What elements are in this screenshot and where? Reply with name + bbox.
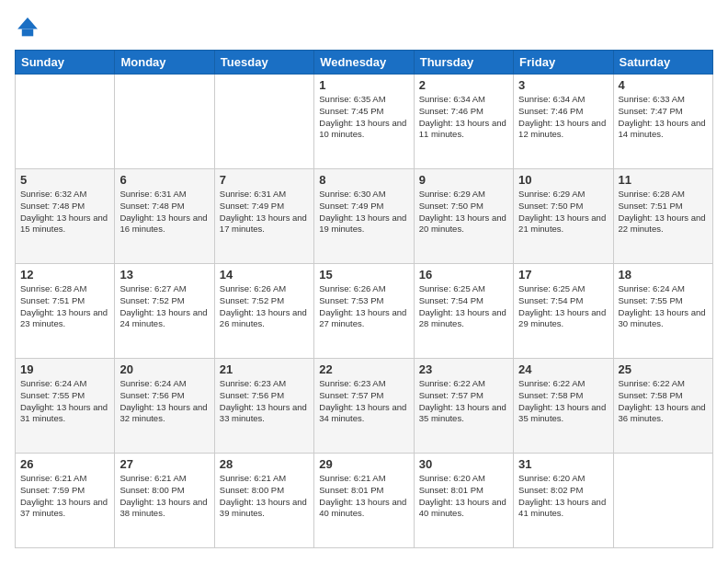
day-info: Sunrise: 6:25 AM Sunset: 7:54 PM Dayligh… [518, 283, 608, 330]
day-info: Sunrise: 6:29 AM Sunset: 7:50 PM Dayligh… [419, 189, 508, 236]
day-number: 18 [619, 268, 708, 282]
day-cell: 6Sunrise: 6:31 AM Sunset: 7:48 PM Daylig… [115, 169, 214, 264]
day-info: Sunrise: 6:22 AM Sunset: 7:57 PM Dayligh… [419, 378, 508, 425]
day-cell: 11Sunrise: 6:28 AM Sunset: 7:51 PM Dayli… [613, 169, 712, 264]
day-number: 9 [419, 173, 508, 187]
day-cell: 14Sunrise: 6:26 AM Sunset: 7:52 PM Dayli… [214, 264, 313, 359]
day-number: 20 [119, 362, 209, 376]
day-cell: 25Sunrise: 6:22 AM Sunset: 7:58 PM Dayli… [613, 359, 712, 454]
day-number: 3 [518, 78, 608, 92]
day-cell [115, 75, 214, 169]
week-row-3: 19Sunrise: 6:24 AM Sunset: 7:55 PM Dayli… [16, 359, 713, 454]
day-cell: 8Sunrise: 6:30 AM Sunset: 7:49 PM Daylig… [314, 169, 414, 264]
day-info: Sunrise: 6:26 AM Sunset: 7:52 PM Dayligh… [220, 283, 309, 330]
day-info: Sunrise: 6:29 AM Sunset: 7:50 PM Dayligh… [518, 189, 608, 236]
day-number: 29 [319, 457, 408, 471]
day-number: 1 [319, 78, 408, 92]
day-number: 21 [220, 362, 309, 376]
day-cell: 9Sunrise: 6:29 AM Sunset: 7:50 PM Daylig… [414, 169, 513, 264]
day-cell: 29Sunrise: 6:21 AM Sunset: 8:01 PM Dayli… [314, 454, 414, 548]
day-info: Sunrise: 6:21 AM Sunset: 7:59 PM Dayligh… [20, 473, 109, 520]
day-number: 17 [518, 268, 608, 282]
day-cell: 28Sunrise: 6:21 AM Sunset: 8:00 PM Dayli… [214, 454, 313, 548]
day-info: Sunrise: 6:24 AM Sunset: 7:55 PM Dayligh… [20, 378, 109, 425]
day-info: Sunrise: 6:35 AM Sunset: 7:45 PM Dayligh… [319, 94, 408, 141]
day-info: Sunrise: 6:20 AM Sunset: 8:01 PM Dayligh… [419, 473, 508, 520]
svg-marker-0 [17, 17, 38, 29]
weekday-header-sunday: Sunday [16, 51, 115, 75]
weekday-header-wednesday: Wednesday [314, 51, 414, 75]
day-number: 31 [518, 457, 608, 471]
day-cell: 22Sunrise: 6:23 AM Sunset: 7:57 PM Dayli… [314, 359, 414, 454]
day-info: Sunrise: 6:31 AM Sunset: 7:49 PM Dayligh… [220, 189, 309, 236]
day-cell: 13Sunrise: 6:27 AM Sunset: 7:52 PM Dayli… [115, 264, 214, 359]
day-cell [613, 454, 712, 548]
weekday-header-saturday: Saturday [613, 51, 712, 75]
day-info: Sunrise: 6:34 AM Sunset: 7:46 PM Dayligh… [518, 94, 608, 141]
day-number: 10 [518, 173, 608, 187]
day-number: 26 [20, 457, 109, 471]
day-number: 23 [419, 362, 508, 376]
weekday-header-monday: Monday [115, 51, 214, 75]
day-cell: 20Sunrise: 6:24 AM Sunset: 7:56 PM Dayli… [115, 359, 214, 454]
day-cell: 18Sunrise: 6:24 AM Sunset: 7:55 PM Dayli… [613, 264, 712, 359]
weekday-header-friday: Friday [514, 51, 613, 75]
week-row-0: 1Sunrise: 6:35 AM Sunset: 7:45 PM Daylig… [16, 75, 713, 169]
day-cell: 21Sunrise: 6:23 AM Sunset: 7:56 PM Dayli… [214, 359, 313, 454]
day-cell: 10Sunrise: 6:29 AM Sunset: 7:50 PM Dayli… [514, 169, 613, 264]
calendar-table: SundayMondayTuesdayWednesdayThursdayFrid… [15, 50, 713, 548]
day-info: Sunrise: 6:31 AM Sunset: 7:48 PM Dayligh… [119, 189, 209, 236]
weekday-header-row: SundayMondayTuesdayWednesdayThursdayFrid… [16, 51, 713, 75]
day-info: Sunrise: 6:25 AM Sunset: 7:54 PM Dayligh… [419, 283, 508, 330]
day-cell: 12Sunrise: 6:28 AM Sunset: 7:51 PM Dayli… [16, 264, 115, 359]
day-number: 15 [319, 268, 408, 282]
day-cell: 30Sunrise: 6:20 AM Sunset: 8:01 PM Dayli… [414, 454, 513, 548]
day-number: 25 [619, 362, 708, 376]
day-number: 28 [220, 457, 309, 471]
day-cell: 17Sunrise: 6:25 AM Sunset: 7:54 PM Dayli… [514, 264, 613, 359]
day-number: 11 [619, 173, 708, 187]
day-cell: 4Sunrise: 6:33 AM Sunset: 7:47 PM Daylig… [613, 75, 712, 169]
day-number: 16 [419, 268, 508, 282]
logo-icon [15, 15, 40, 40]
day-cell: 31Sunrise: 6:20 AM Sunset: 8:02 PM Dayli… [514, 454, 613, 548]
day-info: Sunrise: 6:22 AM Sunset: 7:58 PM Dayligh… [518, 378, 608, 425]
day-info: Sunrise: 6:28 AM Sunset: 7:51 PM Dayligh… [619, 189, 708, 236]
svg-rect-1 [22, 29, 33, 37]
day-info: Sunrise: 6:28 AM Sunset: 7:51 PM Dayligh… [20, 283, 109, 330]
page: SundayMondayTuesdayWednesdayThursdayFrid… [0, 0, 728, 563]
day-cell [16, 75, 115, 169]
day-number: 19 [20, 362, 109, 376]
day-info: Sunrise: 6:30 AM Sunset: 7:49 PM Dayligh… [319, 189, 408, 236]
day-cell: 16Sunrise: 6:25 AM Sunset: 7:54 PM Dayli… [414, 264, 513, 359]
day-info: Sunrise: 6:21 AM Sunset: 8:00 PM Dayligh… [119, 473, 209, 520]
day-number: 13 [119, 268, 209, 282]
day-cell: 7Sunrise: 6:31 AM Sunset: 7:49 PM Daylig… [214, 169, 313, 264]
week-row-2: 12Sunrise: 6:28 AM Sunset: 7:51 PM Dayli… [16, 264, 713, 359]
day-number: 2 [419, 78, 508, 92]
day-info: Sunrise: 6:23 AM Sunset: 7:57 PM Dayligh… [319, 378, 408, 425]
week-row-4: 26Sunrise: 6:21 AM Sunset: 7:59 PM Dayli… [16, 454, 713, 548]
day-info: Sunrise: 6:21 AM Sunset: 8:00 PM Dayligh… [220, 473, 309, 520]
weekday-header-thursday: Thursday [414, 51, 513, 75]
day-number: 5 [20, 173, 109, 187]
day-info: Sunrise: 6:23 AM Sunset: 7:56 PM Dayligh… [220, 378, 309, 425]
day-cell: 15Sunrise: 6:26 AM Sunset: 7:53 PM Dayli… [314, 264, 414, 359]
day-number: 7 [220, 173, 309, 187]
day-info: Sunrise: 6:26 AM Sunset: 7:53 PM Dayligh… [319, 283, 408, 330]
day-info: Sunrise: 6:22 AM Sunset: 7:58 PM Dayligh… [619, 378, 708, 425]
day-cell: 5Sunrise: 6:32 AM Sunset: 7:48 PM Daylig… [16, 169, 115, 264]
day-cell: 23Sunrise: 6:22 AM Sunset: 7:57 PM Dayli… [414, 359, 513, 454]
week-row-1: 5Sunrise: 6:32 AM Sunset: 7:48 PM Daylig… [16, 169, 713, 264]
day-cell: 1Sunrise: 6:35 AM Sunset: 7:45 PM Daylig… [314, 75, 414, 169]
day-info: Sunrise: 6:20 AM Sunset: 8:02 PM Dayligh… [518, 473, 608, 520]
day-number: 22 [319, 362, 408, 376]
day-info: Sunrise: 6:32 AM Sunset: 7:48 PM Dayligh… [20, 189, 109, 236]
day-cell [214, 75, 313, 169]
day-number: 8 [319, 173, 408, 187]
day-cell: 27Sunrise: 6:21 AM Sunset: 8:00 PM Dayli… [115, 454, 214, 548]
day-info: Sunrise: 6:24 AM Sunset: 7:56 PM Dayligh… [119, 378, 209, 425]
day-info: Sunrise: 6:34 AM Sunset: 7:46 PM Dayligh… [419, 94, 508, 141]
day-number: 30 [419, 457, 508, 471]
logo [15, 15, 44, 40]
